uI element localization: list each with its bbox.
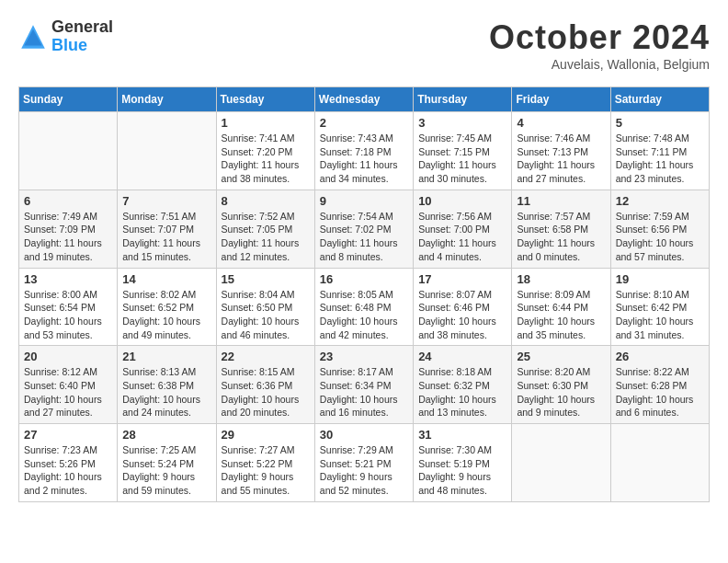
- weekday-header-saturday: Saturday: [610, 87, 709, 112]
- day-number: 28: [122, 428, 210, 442]
- calendar-cell: 27Sunrise: 7:23 AM Sunset: 5:26 PM Dayli…: [19, 424, 118, 502]
- weekday-header-thursday: Thursday: [414, 87, 512, 112]
- calendar-cell: 29Sunrise: 7:27 AM Sunset: 5:22 PM Dayli…: [216, 424, 314, 502]
- day-info: Sunrise: 8:15 AM Sunset: 6:36 PM Dayligh…: [222, 365, 310, 419]
- calendar-cell: 1Sunrise: 7:41 AM Sunset: 7:20 PM Daylig…: [216, 112, 314, 190]
- weekday-header-tuesday: Tuesday: [216, 87, 314, 112]
- logo: General Blue: [18, 18, 113, 55]
- day-number: 7: [122, 194, 210, 208]
- calendar-cell: 6Sunrise: 7:49 AM Sunset: 7:09 PM Daylig…: [19, 190, 118, 268]
- day-number: 13: [24, 272, 112, 286]
- weekday-row: SundayMondayTuesdayWednesdayThursdayFrid…: [19, 87, 710, 112]
- calendar-cell: [19, 112, 118, 190]
- weekday-header-monday: Monday: [118, 87, 216, 112]
- calendar-cell: 8Sunrise: 7:52 AM Sunset: 7:05 PM Daylig…: [216, 190, 314, 268]
- calendar-cell: 17Sunrise: 8:07 AM Sunset: 6:46 PM Dayli…: [414, 268, 512, 346]
- day-info: Sunrise: 8:05 AM Sunset: 6:48 PM Dayligh…: [320, 288, 408, 342]
- calendar-cell: 3Sunrise: 7:45 AM Sunset: 7:15 PM Daylig…: [414, 112, 512, 190]
- day-info: Sunrise: 7:27 AM Sunset: 5:22 PM Dayligh…: [222, 443, 310, 498]
- week-row-1: 1Sunrise: 7:41 AM Sunset: 7:20 PM Daylig…: [19, 112, 710, 190]
- month-title: October 2024: [489, 18, 710, 57]
- day-info: Sunrise: 8:10 AM Sunset: 6:42 PM Dayligh…: [616, 288, 704, 342]
- calendar-cell: 18Sunrise: 8:09 AM Sunset: 6:44 PM Dayli…: [512, 268, 610, 346]
- day-number: 21: [122, 350, 210, 363]
- day-number: 15: [222, 272, 310, 286]
- day-info: Sunrise: 7:52 AM Sunset: 7:05 PM Dayligh…: [222, 210, 310, 264]
- day-info: Sunrise: 7:49 AM Sunset: 7:09 PM Dayligh…: [24, 210, 112, 264]
- day-info: Sunrise: 7:30 AM Sunset: 5:19 PM Dayligh…: [418, 443, 506, 498]
- day-number: 11: [517, 194, 605, 208]
- week-row-4: 20Sunrise: 8:12 AM Sunset: 6:40 PM Dayli…: [19, 346, 710, 424]
- week-row-5: 27Sunrise: 7:23 AM Sunset: 5:26 PM Dayli…: [19, 424, 710, 502]
- calendar-cell: 13Sunrise: 8:00 AM Sunset: 6:54 PM Dayli…: [19, 268, 118, 346]
- week-row-2: 6Sunrise: 7:49 AM Sunset: 7:09 PM Daylig…: [19, 190, 710, 268]
- day-number: 10: [418, 194, 506, 208]
- calendar-cell: 31Sunrise: 7:30 AM Sunset: 5:19 PM Dayli…: [414, 424, 512, 502]
- day-number: 20: [24, 350, 112, 363]
- calendar-body: 1Sunrise: 7:41 AM Sunset: 7:20 PM Daylig…: [19, 112, 710, 502]
- page-header: General Blue October 2024 Auvelais, Wall…: [18, 18, 710, 72]
- day-info: Sunrise: 8:13 AM Sunset: 6:38 PM Dayligh…: [122, 365, 210, 419]
- day-number: 31: [418, 428, 506, 442]
- calendar-cell: 14Sunrise: 8:02 AM Sunset: 6:52 PM Dayli…: [118, 268, 216, 346]
- calendar-cell: 30Sunrise: 7:29 AM Sunset: 5:21 PM Dayli…: [314, 424, 413, 502]
- day-number: 8: [222, 194, 310, 208]
- day-info: Sunrise: 7:59 AM Sunset: 6:56 PM Dayligh…: [616, 210, 704, 264]
- day-number: 16: [320, 272, 408, 286]
- day-number: 19: [616, 272, 704, 286]
- calendar-cell: 16Sunrise: 8:05 AM Sunset: 6:48 PM Dayli…: [314, 268, 413, 346]
- week-row-3: 13Sunrise: 8:00 AM Sunset: 6:54 PM Dayli…: [19, 268, 710, 346]
- day-number: 17: [418, 272, 506, 286]
- calendar-table: SundayMondayTuesdayWednesdayThursdayFrid…: [18, 86, 710, 502]
- calendar-cell: [610, 424, 709, 502]
- day-number: 24: [418, 350, 506, 363]
- calendar-cell: 12Sunrise: 7:59 AM Sunset: 6:56 PM Dayli…: [610, 190, 709, 268]
- day-info: Sunrise: 7:51 AM Sunset: 7:07 PM Dayligh…: [122, 210, 210, 264]
- calendar-cell: 23Sunrise: 8:17 AM Sunset: 6:34 PM Dayli…: [314, 346, 413, 424]
- day-number: 5: [616, 116, 704, 130]
- calendar-cell: 5Sunrise: 7:48 AM Sunset: 7:11 PM Daylig…: [610, 112, 709, 190]
- day-number: 6: [24, 194, 112, 208]
- day-info: Sunrise: 7:45 AM Sunset: 7:15 PM Dayligh…: [418, 132, 506, 186]
- calendar-cell: 4Sunrise: 7:46 AM Sunset: 7:13 PM Daylig…: [512, 112, 610, 190]
- logo-text: General Blue: [51, 18, 113, 55]
- calendar-cell: 15Sunrise: 8:04 AM Sunset: 6:50 PM Dayli…: [216, 268, 314, 346]
- day-info: Sunrise: 7:54 AM Sunset: 7:02 PM Dayligh…: [320, 210, 408, 264]
- calendar-cell: 25Sunrise: 8:20 AM Sunset: 6:30 PM Dayli…: [512, 346, 610, 424]
- day-number: 4: [517, 116, 605, 130]
- day-info: Sunrise: 8:04 AM Sunset: 6:50 PM Dayligh…: [222, 288, 310, 342]
- day-number: 14: [122, 272, 210, 286]
- day-number: 1: [222, 116, 310, 130]
- calendar-cell: 10Sunrise: 7:56 AM Sunset: 7:00 PM Dayli…: [414, 190, 512, 268]
- calendar-cell: 24Sunrise: 8:18 AM Sunset: 6:32 PM Dayli…: [414, 346, 512, 424]
- calendar-cell: 20Sunrise: 8:12 AM Sunset: 6:40 PM Dayli…: [19, 346, 118, 424]
- day-number: 27: [24, 428, 112, 442]
- day-number: 18: [517, 272, 605, 286]
- day-info: Sunrise: 7:48 AM Sunset: 7:11 PM Dayligh…: [616, 132, 704, 186]
- day-info: Sunrise: 7:57 AM Sunset: 6:58 PM Dayligh…: [517, 210, 605, 264]
- calendar-cell: 21Sunrise: 8:13 AM Sunset: 6:38 PM Dayli…: [118, 346, 216, 424]
- day-info: Sunrise: 7:25 AM Sunset: 5:24 PM Dayligh…: [122, 443, 210, 498]
- day-info: Sunrise: 8:20 AM Sunset: 6:30 PM Dayligh…: [517, 365, 605, 419]
- day-info: Sunrise: 7:46 AM Sunset: 7:13 PM Dayligh…: [517, 132, 605, 186]
- day-info: Sunrise: 7:23 AM Sunset: 5:26 PM Dayligh…: [24, 443, 112, 498]
- calendar-cell: 2Sunrise: 7:43 AM Sunset: 7:18 PM Daylig…: [314, 112, 413, 190]
- calendar-cell: 28Sunrise: 7:25 AM Sunset: 5:24 PM Dayli…: [118, 424, 216, 502]
- day-info: Sunrise: 8:18 AM Sunset: 6:32 PM Dayligh…: [418, 365, 506, 419]
- day-info: Sunrise: 7:29 AM Sunset: 5:21 PM Dayligh…: [320, 443, 408, 498]
- day-info: Sunrise: 7:41 AM Sunset: 7:20 PM Dayligh…: [222, 132, 310, 186]
- calendar-cell: 22Sunrise: 8:15 AM Sunset: 6:36 PM Dayli…: [216, 346, 314, 424]
- location-subtitle: Auvelais, Wallonia, Belgium: [489, 57, 710, 72]
- day-info: Sunrise: 8:22 AM Sunset: 6:28 PM Dayligh…: [616, 365, 704, 419]
- day-number: 9: [320, 194, 408, 208]
- logo-general-label: General: [51, 18, 113, 37]
- day-number: 2: [320, 116, 408, 130]
- day-number: 26: [616, 350, 704, 363]
- weekday-header-friday: Friday: [512, 87, 610, 112]
- calendar-cell: 9Sunrise: 7:54 AM Sunset: 7:02 PM Daylig…: [314, 190, 413, 268]
- day-info: Sunrise: 8:09 AM Sunset: 6:44 PM Dayligh…: [517, 288, 605, 342]
- weekday-header-sunday: Sunday: [19, 87, 118, 112]
- day-info: Sunrise: 7:43 AM Sunset: 7:18 PM Dayligh…: [320, 132, 408, 186]
- title-block: October 2024 Auvelais, Wallonia, Belgium: [489, 18, 710, 72]
- day-info: Sunrise: 8:17 AM Sunset: 6:34 PM Dayligh…: [320, 365, 408, 419]
